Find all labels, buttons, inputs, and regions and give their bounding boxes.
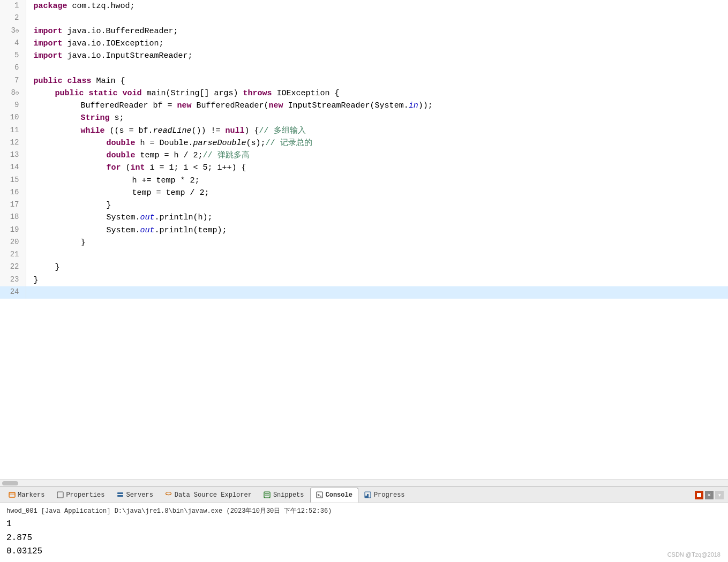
code-text: com.tzq.hwod; <box>72 2 135 11</box>
remove-launch-button[interactable]: ✕ <box>705 491 714 499</box>
table-row: 12 double h = Double.parseDouble(s);// 记… <box>0 137 728 149</box>
line-content: double temp = h / 2;// 弹跳多高 <box>26 149 728 162</box>
tab-snippets[interactable]: Snippets <box>258 488 310 503</box>
line-content <box>26 12 728 25</box>
console-title: hwod_001 [Java Application] D:\java\jre1… <box>6 506 722 515</box>
svg-rect-4 <box>117 495 123 497</box>
tab-console-label: Console <box>326 491 352 499</box>
code-table: 1 package com.tzq.hwod; 2 3⊖ import java… <box>0 0 728 299</box>
table-row: 10 String s; <box>0 112 728 124</box>
line-content: public class Main { <box>26 75 728 87</box>
line-number: 22 <box>0 261 26 274</box>
tab-properties[interactable]: Properties <box>50 488 110 503</box>
field: out <box>140 226 155 235</box>
table-row: 19 System.out.println(temp); <box>0 224 728 237</box>
code-text: java.io.BufferedReader; <box>67 27 178 36</box>
line-content <box>26 249 728 261</box>
line-number: 23 <box>0 274 26 286</box>
comment: // 多组输入 <box>259 126 306 135</box>
console-content: hwod_001 [Java Application] D:\java\jre1… <box>0 503 728 562</box>
line-content: String s; <box>26 112 728 124</box>
line-number: 4 <box>0 37 26 50</box>
tab-markers-label: Markers <box>18 491 44 499</box>
code-text: BufferedReader bf = <box>81 101 177 110</box>
svg-rect-2 <box>57 492 63 498</box>
scroll-thumb[interactable] <box>2 481 18 485</box>
table-row: 3⊖ import java.io.BufferedReader; <box>0 25 728 37</box>
code-text: h += temp * 2; <box>132 176 200 185</box>
table-row: 18 System.out.println(h); <box>0 211 728 224</box>
code-text: } <box>34 276 39 285</box>
line-content <box>26 286 728 299</box>
line-number: 13 <box>0 149 26 162</box>
line-number: 15 <box>0 174 26 187</box>
table-row: 2 <box>0 12 728 25</box>
line-content: System.out.println(temp); <box>26 224 728 237</box>
code-text: System. <box>107 226 140 235</box>
line-number: 19 <box>0 224 26 237</box>
keyword: while <box>81 126 110 135</box>
line-content: while ((s = bf.readLine()) != null) {// … <box>26 125 728 137</box>
keyword: String <box>81 113 115 123</box>
line-number: 1 <box>0 0 26 12</box>
code-text: Main { <box>96 77 125 86</box>
tab-markers[interactable]: Markers <box>2 488 50 503</box>
table-row: 11 while ((s = bf.readLine()) != null) {… <box>0 125 728 137</box>
code-editor: 1 package com.tzq.hwod; 2 3⊖ import java… <box>0 0 728 487</box>
keyword: public <box>55 89 89 98</box>
table-row: 20 } <box>0 237 728 249</box>
keyword: class <box>67 77 96 86</box>
code-text: System. <box>107 213 140 222</box>
line-number: 3⊖ <box>0 25 26 37</box>
keyword: double <box>107 139 140 148</box>
keyword: throws <box>243 89 277 98</box>
line-number: 2 <box>0 12 26 25</box>
field: out <box>140 213 155 222</box>
code-text: temp = h / 2; <box>140 151 203 160</box>
svg-rect-3 <box>117 492 123 494</box>
view-menu-button[interactable]: ▾ <box>715 491 724 499</box>
tab-progress[interactable]: Progress <box>358 488 411 503</box>
snippets-icon <box>264 491 271 499</box>
line-content <box>26 62 728 74</box>
table-row: 1 package com.tzq.hwod; <box>0 0 728 12</box>
table-row: 5 import java.io.InputStreamReader; <box>0 50 728 62</box>
fold-icon[interactable]: ⊖ <box>16 90 19 96</box>
tab-console[interactable]: Console <box>310 488 358 503</box>
line-content: } <box>26 274 728 286</box>
keyword: package <box>34 2 72 11</box>
tab-progress-label: Progress <box>374 491 405 499</box>
code-text: temp = temp / 2; <box>132 188 209 198</box>
code-text: ) { <box>245 126 259 135</box>
code-text: h = Double. <box>140 139 193 148</box>
line-content: } <box>26 237 728 249</box>
keyword: import <box>34 27 67 36</box>
fold-icon[interactable]: ⊖ <box>16 28 19 34</box>
tab-datasource-label: Data Source Explorer <box>175 491 252 499</box>
bottom-panel: Markers Properties Servers Data Source E… <box>0 487 728 562</box>
field: in <box>409 101 418 110</box>
keyword: void <box>123 89 147 98</box>
line-content: BufferedReader bf = new BufferedReader(n… <box>26 100 728 112</box>
watermark: CSDN @Tzq@2018 <box>667 551 721 558</box>
horizontal-scrollbar[interactable] <box>0 479 728 487</box>
tab-servers[interactable]: Servers <box>110 488 159 503</box>
tab-datasource[interactable]: Data Source Explorer <box>159 488 258 503</box>
keyword: new <box>269 101 288 110</box>
keyword: public <box>34 77 67 86</box>
tabs-bar: Markers Properties Servers Data Source E… <box>0 487 728 503</box>
terminate-button[interactable] <box>695 491 703 499</box>
line-number: 16 <box>0 187 26 199</box>
line-content: package com.tzq.hwod; <box>26 0 728 12</box>
keyword: double <box>107 151 140 160</box>
code-text: ()) != <box>192 126 226 135</box>
line-content: for (int i = 1; i < 5; i++) { <box>26 162 728 174</box>
svg-rect-14 <box>697 493 701 497</box>
line-number: 18 <box>0 211 26 224</box>
table-row: 23 } <box>0 274 728 286</box>
line-content: } <box>26 199 728 211</box>
comment: // 记录总的 <box>266 139 312 148</box>
line-content: double h = Double.parseDouble(s);// 记录总的 <box>26 137 728 149</box>
line-number: 24 <box>0 286 26 299</box>
line-content: h += temp * 2; <box>26 174 728 187</box>
